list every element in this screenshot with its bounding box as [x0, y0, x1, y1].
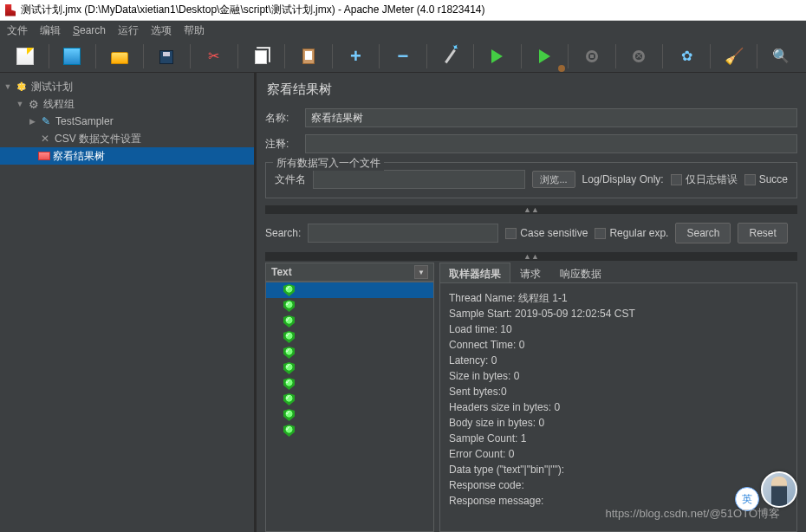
success-icon — [283, 378, 295, 390]
tree-node-csv[interactable]: ✕ CSV 数据文件设置 — [0, 130, 254, 147]
menubar: 文件 编辑 Search 运行 选项 帮助 — [0, 21, 806, 40]
expand-button[interactable]: + — [339, 42, 374, 70]
collapse-toggle[interactable]: ▲▲ — [265, 205, 797, 214]
errors-only-checkbox[interactable]: 仅日志错误 — [671, 172, 738, 187]
case-sensitive-checkbox[interactable]: Case sensitive — [505, 227, 588, 239]
browse-button[interactable]: 浏览... — [532, 171, 575, 188]
menu-edit[interactable]: 编辑 — [40, 23, 61, 38]
shutdown-button[interactable]: ✕ — [622, 42, 657, 70]
success-icon — [283, 300, 295, 312]
success-icon — [283, 409, 295, 421]
menu-file[interactable]: 文件 — [7, 23, 28, 38]
tree-node-threadgroup[interactable]: ▼⚙ 线程组 — [0, 95, 254, 113]
test-plan-tree[interactable]: ▼ 测试计划 ▼⚙ 线程组 ▶✎ TestSampler ✕ CSV 数据文件设… — [0, 73, 257, 532]
collapse-toggle-2[interactable]: ▲▲ — [265, 252, 797, 261]
collapse-button[interactable]: − — [386, 42, 420, 70]
save-button[interactable] — [150, 42, 185, 70]
tree-node-results[interactable]: 察看结果树 — [0, 147, 254, 165]
success-icon — [283, 425, 295, 437]
list-item[interactable] — [266, 282, 433, 298]
write-results-fieldset: 所有数据写入一个文件 文件名 浏览... Log/Display Only: 仅… — [265, 162, 797, 198]
comment-label: 注释: — [265, 137, 300, 152]
clear-button[interactable]: ✿ — [669, 42, 704, 70]
comment-input[interactable] — [305, 134, 797, 153]
cut-button[interactable]: ✂ — [197, 42, 231, 70]
result-tabs: 取样器结果 请求 响应数据 — [439, 263, 797, 283]
ime-badge[interactable]: 英 — [735, 487, 759, 511]
tab-request[interactable]: 请求 — [510, 263, 550, 282]
list-item[interactable] — [266, 314, 433, 329]
tree-node-sampler[interactable]: ▶✎ TestSampler — [0, 113, 254, 130]
success-icon — [283, 393, 295, 405]
new-button[interactable] — [8, 42, 42, 70]
list-item[interactable] — [266, 376, 433, 392]
toolbar: ✂ + − ✕ ✿ 🧹 🔍 — [0, 40, 806, 73]
toggle-button[interactable] — [433, 42, 468, 70]
name-label: 名称: — [265, 111, 300, 126]
search-go-button[interactable]: Search — [675, 223, 731, 243]
menu-help[interactable]: 帮助 — [184, 23, 205, 38]
success-icon — [283, 284, 295, 296]
filename-input[interactable] — [313, 170, 525, 189]
copy-button[interactable] — [244, 42, 279, 70]
tab-response[interactable]: 响应数据 — [550, 263, 611, 282]
start-button[interactable] — [480, 42, 515, 70]
filename-label: 文件名 — [275, 172, 306, 187]
success-icon — [283, 315, 295, 328]
success-icon — [283, 331, 295, 343]
main-area: ▼ 测试计划 ▼⚙ 线程组 ▶✎ TestSampler ✕ CSV 数据文件设… — [0, 73, 806, 532]
successes-checkbox[interactable]: Succe — [744, 173, 788, 185]
paste-button[interactable] — [291, 42, 326, 70]
avatar-icon[interactable] — [761, 471, 797, 508]
regex-checkbox[interactable]: Regular exp. — [595, 227, 668, 239]
tab-sampler[interactable]: 取样器结果 — [439, 263, 510, 282]
list-item[interactable] — [266, 329, 433, 345]
success-icon — [283, 362, 295, 374]
menu-run[interactable]: 运行 — [118, 23, 139, 38]
logdisplay-label: Log/Display Only: — [582, 173, 664, 185]
start-notimers-button[interactable] — [528, 42, 562, 70]
list-item[interactable] — [266, 298, 433, 314]
clear-all-button[interactable]: 🧹 — [717, 42, 751, 70]
tree-node-plan[interactable]: ▼ 测试计划 — [0, 78, 254, 95]
search-input[interactable] — [308, 224, 498, 243]
reset-button[interactable]: Reset — [738, 223, 787, 243]
open-button[interactable] — [102, 42, 137, 70]
window-title: 测试计划.jmx (D:\MyData\xietian1\Desktop\金融\… — [21, 3, 484, 17]
titlebar: 测试计划.jmx (D:\MyData\xietian1\Desktop\金融\… — [0, 0, 806, 21]
menu-options[interactable]: 选项 — [151, 23, 172, 38]
search-button[interactable]: 🔍 — [764, 42, 798, 70]
stop-button[interactable] — [575, 42, 609, 70]
panel-title: 察看结果树 — [257, 73, 806, 105]
list-item[interactable] — [266, 392, 433, 407]
detail-panel: 察看结果树 名称: 注释: 所有数据写入一个文件 文件名 浏览... Log/D… — [257, 73, 806, 532]
list-item[interactable] — [266, 423, 433, 438]
menu-search[interactable]: Search — [73, 24, 106, 36]
name-input[interactable] — [305, 108, 797, 127]
templates-button[interactable] — [55, 42, 90, 70]
renderer-combo[interactable]: Text▼ — [265, 263, 434, 282]
list-item[interactable] — [266, 407, 433, 423]
list-item[interactable] — [266, 345, 433, 360]
jmeter-icon — [5, 4, 16, 16]
results-list[interactable] — [265, 282, 434, 532]
success-icon — [283, 347, 295, 359]
list-item[interactable] — [266, 360, 433, 376]
search-label: Search: — [265, 227, 301, 239]
